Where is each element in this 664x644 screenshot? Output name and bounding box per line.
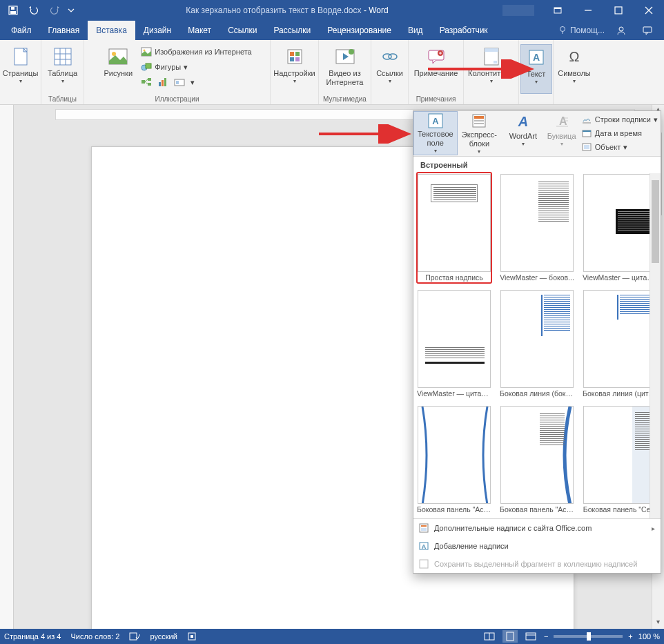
save-icon[interactable] [4, 1, 22, 19]
svg-rect-26 [141, 80, 145, 84]
headers-button[interactable]: Колонтитулы▾ [465, 44, 518, 94]
tab-view[interactable]: Вид [400, 21, 431, 40]
textbox-icon: A [427, 113, 445, 128]
wordart-button[interactable]: A WordArt▾ [501, 111, 545, 155]
svg-text:A: A [518, 114, 528, 129]
gallery-item-7[interactable]: Боковая панель "Асп... [499, 404, 575, 516]
status-spellcheck-icon[interactable] [129, 632, 140, 641]
gallery-item-5[interactable]: Боковая линия (цита... [582, 288, 658, 400]
online-images-button[interactable]: Изображения из Интернета [138, 44, 254, 59]
zoom-out-icon[interactable]: − [544, 632, 548, 641]
svg-rect-15 [55, 48, 71, 65]
status-language[interactable]: русский [150, 632, 177, 641]
draw-textbox-button[interactable]: A Добавление надписи [413, 537, 661, 555]
pages-button[interactable]: Страницы▾ [1, 44, 41, 94]
scroll-down-icon[interactable]: ▾ [652, 618, 664, 629]
tell-me-input[interactable]: Помощ... [558, 26, 605, 35]
tab-file[interactable]: Файл [3, 21, 40, 40]
comment-button[interactable]: Примечание [410, 44, 462, 94]
undo-icon[interactable] [25, 1, 43, 19]
more-from-office-button[interactable]: Дополнительные надписи с сайта Office.co… [413, 519, 661, 537]
gallery-scrollbar[interactable] [650, 173, 661, 518]
table-button[interactable]: Таблица▾ [43, 44, 83, 94]
quickparts-button[interactable]: Экспресс-блоки▾ [458, 111, 502, 155]
view-weblayout-icon[interactable] [523, 630, 538, 643]
gallery-grid: Простая надписьViewMaster — боков...View… [416, 172, 661, 516]
redo-icon[interactable] [46, 1, 64, 19]
gallery-scroll-thumb[interactable] [652, 180, 659, 263]
signature-line-button[interactable]: Строки подписи ▾ [578, 113, 661, 126]
tab-layout[interactable]: Макет [179, 21, 219, 40]
svg-rect-32 [162, 80, 164, 86]
view-readmode-icon[interactable] [482, 630, 497, 643]
view-printlayout-icon[interactable] [502, 630, 518, 643]
text-button[interactable]: A Текст▾ [520, 44, 552, 94]
textbox-button[interactable]: A Текстовое поле▾ [413, 111, 458, 155]
minimize-icon[interactable] [573, 0, 603, 21]
zoom-in-icon[interactable]: + [628, 632, 632, 641]
quickparts-icon [470, 113, 488, 129]
status-page[interactable]: Страница 4 из 4 [4, 632, 61, 641]
pictures-button[interactable]: Рисунки [99, 44, 137, 94]
tab-home[interactable]: Главная [40, 21, 88, 40]
share-icon[interactable] [612, 21, 631, 40]
svg-line-30 [145, 81, 148, 84]
gallery-thumb [418, 174, 491, 272]
ruler-vertical[interactable] [0, 105, 14, 629]
smartart-button[interactable]: ▾ [138, 75, 254, 90]
customize-qat-icon[interactable] [66, 1, 76, 19]
svg-rect-28 [148, 83, 151, 86]
svg-rect-5 [554, 8, 561, 9]
object-button[interactable]: Объект ▾ [578, 140, 661, 154]
group-text: A Текст▾ [519, 40, 554, 104]
tab-mailings[interactable]: Рассылки [265, 21, 319, 40]
gallery-item-0[interactable]: Простая надпись [416, 172, 492, 284]
zoom-level[interactable]: 100 % [638, 632, 660, 641]
account-area[interactable] [494, 0, 543, 21]
gallery-thumb [583, 290, 656, 388]
online-video-button[interactable]: Видео из Интернета [320, 44, 370, 94]
zoom-slider-knob[interactable] [587, 632, 591, 641]
dropcap-button[interactable]: A Буквица▾ [545, 111, 578, 155]
comments-icon[interactable] [638, 21, 657, 40]
screenshot-icon[interactable] [174, 77, 185, 88]
tab-insert[interactable]: Вставка [88, 21, 135, 40]
shapes-icon [141, 61, 152, 72]
zoom-slider[interactable] [554, 635, 623, 638]
gallery-item-8[interactable]: Боковая панель "Се... [582, 404, 658, 516]
gallery-item-3[interactable]: ViewMaster — цитата... [416, 288, 492, 400]
group-symbols: Ω Символы▾ [554, 40, 595, 104]
addins-button[interactable]: Надстройки▾ [272, 44, 318, 94]
tab-review[interactable]: Рецензирование [319, 21, 400, 40]
tab-design[interactable]: Дизайн [135, 21, 179, 40]
gallery-item-2[interactable]: ViewMaster — цитата... [582, 172, 658, 284]
datetime-button[interactable]: Дата и время [578, 126, 661, 140]
comment-icon [425, 46, 447, 68]
svg-rect-2 [11, 7, 14, 10]
gallery-item-4[interactable]: Боковая линия (боко... [499, 288, 575, 400]
ribbon-display-icon[interactable] [543, 0, 573, 21]
text-dropdown-panel: A Текстовое поле▾ Экспресс-блоки▾ A Word… [413, 110, 661, 574]
maximize-icon[interactable] [603, 0, 634, 21]
gallery-item-6[interactable]: Боковая панель "Асп... [416, 404, 492, 516]
text-panel-ribbon: A Текстовое поле▾ Экспресс-блоки▾ A Word… [413, 111, 661, 157]
svg-rect-35 [176, 81, 179, 84]
svg-rect-81 [191, 635, 193, 638]
links-button[interactable]: Ссылки▾ [373, 44, 407, 94]
status-macro-icon[interactable] [187, 632, 197, 641]
svg-rect-62 [474, 123, 484, 124]
gallery-thumb [583, 174, 656, 272]
svg-point-44 [389, 54, 397, 59]
gallery-label: Боковая линия (цита... [583, 389, 657, 398]
shapes-button[interactable]: Фигуры ▾ [138, 59, 254, 75]
chart-icon[interactable] [157, 77, 168, 88]
save-gallery-icon [419, 559, 429, 569]
symbols-button[interactable]: Ω Символы▾ [555, 44, 594, 94]
tab-references[interactable]: Ссылки [219, 21, 265, 40]
video-icon [334, 46, 356, 68]
status-wordcount[interactable]: Число слов: 2 [70, 632, 119, 641]
window-title: Как зеркально отобразить текст в Ворде.d… [80, 6, 494, 15]
tab-developer[interactable]: Разработчик [431, 21, 496, 40]
gallery-item-1[interactable]: ViewMaster — боков... [499, 172, 575, 284]
close-icon[interactable] [634, 0, 664, 21]
